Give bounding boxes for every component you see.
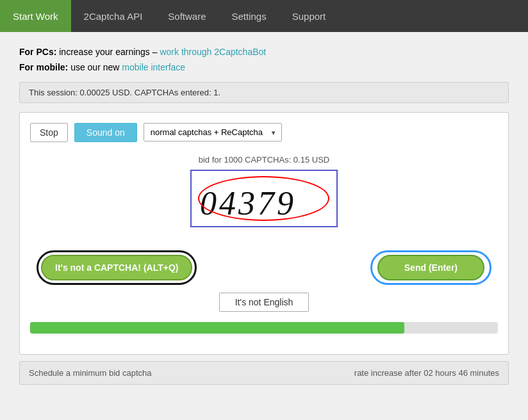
captcha-type-select[interactable]: normal captchas + ReCaptcha normal captc… [144, 123, 282, 141]
session-text: This session: 0.00025 USD. CAPTCHAs ente… [29, 88, 220, 97]
nav-start-work[interactable]: Start Work [0, 0, 71, 32]
stop-button[interactable]: Stop [30, 123, 68, 142]
pc-bot-link[interactable]: work through 2CaptchaBot [160, 47, 266, 57]
captcha-image-box: 04379 [190, 170, 338, 227]
controls-row: Stop Sound on normal captchas + ReCaptch… [30, 123, 498, 142]
pc-text: increase your earnings – [59, 47, 160, 57]
captcha-area: bid for 1000 CAPTCHAs: 0.15 USD 04379 [30, 155, 498, 240]
sound-button[interactable]: Sound on [74, 123, 137, 142]
nav-settings[interactable]: Settings [219, 0, 279, 32]
captcha-image-wrapper: 04379 [190, 170, 338, 240]
not-captcha-button[interactable]: It's not a CAPTCHA! (ALT+Q) [41, 255, 192, 280]
session-bar: This session: 0.00025 USD. CAPTCHAs ente… [19, 82, 509, 103]
info-bar: For PCs: increase your earnings – work t… [19, 45, 509, 76]
action-row: It's not a CAPTCHA! (ALT+Q) Send (Enter) [30, 250, 498, 285]
schedule-bar: Schedule a minimum bid captcha rate incr… [19, 361, 509, 385]
bid-label: bid for 1000 CAPTCHAs: 0.15 USD [199, 155, 329, 165]
navigation: Start Work 2Captcha API Software Setting… [0, 0, 528, 32]
send-button[interactable]: Send (Enter) [377, 255, 484, 280]
not-english-button[interactable]: It's not English [219, 293, 309, 312]
main-content: For PCs: increase your earnings – work t… [0, 32, 528, 398]
captcha-type-wrapper[interactable]: normal captchas + ReCaptcha normal captc… [144, 123, 282, 141]
pc-label: For PCs: [19, 47, 56, 57]
work-panel: Stop Sound on normal captchas + ReCaptch… [19, 112, 509, 355]
mobile-label: For mobile: [19, 62, 68, 72]
send-wrapper: Send (Enter) [370, 250, 491, 285]
nav-support[interactable]: Support [279, 0, 339, 32]
not-captcha-wrapper: It's not a CAPTCHA! (ALT+Q) [37, 250, 197, 285]
schedule-left: Schedule a minimum bid captcha [29, 368, 152, 378]
nav-2captcha-api[interactable]: 2Captcha API [71, 0, 156, 32]
mobile-interface-link[interactable]: mobile interface [122, 62, 185, 72]
progress-container [30, 322, 498, 334]
not-english-row: It's not English [30, 293, 498, 312]
nav-software[interactable]: Software [155, 0, 219, 32]
schedule-right: rate increase after 02 hours 46 minutes [354, 368, 499, 378]
svg-text:04379: 04379 [200, 185, 296, 222]
progress-bar [30, 322, 404, 334]
captcha-image: 04379 [194, 173, 334, 224]
mobile-text: use our new [70, 62, 122, 72]
